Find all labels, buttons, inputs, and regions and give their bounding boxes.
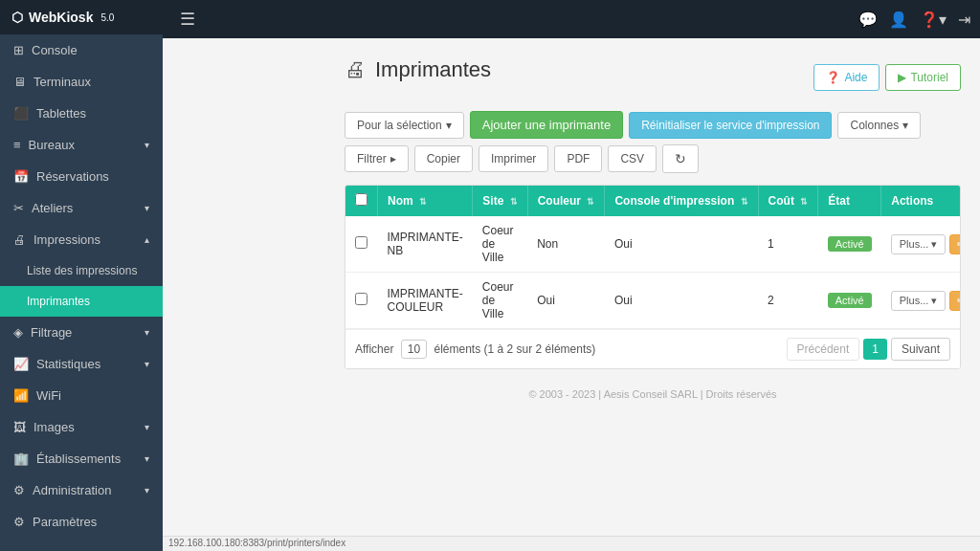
plus-dropdown-button[interactable]: Plus... ▾ — [891, 234, 947, 254]
sort-icon[interactable]: ⇅ — [587, 197, 594, 207]
cell-site: Coeur de Ville — [473, 216, 527, 273]
plus-label: Plus... — [900, 238, 929, 250]
table-row: IMPRIMANTE-NB Coeur de Ville Non Oui 1 A… — [345, 216, 961, 273]
page-footer: © 2003 - 2023 | Aesis Conseil SARL | Dro… — [345, 381, 961, 408]
sidebar-label-administration: Administration — [33, 483, 111, 497]
edit-button[interactable]: ✏ — [949, 291, 961, 311]
plus-dropdown-button[interactable]: Plus... ▾ — [891, 291, 947, 311]
cell-actions: Plus... ▾ ✏ 🗑 — [881, 273, 961, 329]
cell-etat: Activé — [818, 273, 881, 329]
cell-couleur: Oui — [527, 273, 605, 329]
footer-text: © 2003 - 2023 | Aesis Conseil SARL | Dro… — [528, 388, 776, 400]
cell-site: Coeur de Ville — [473, 273, 527, 329]
sidebar-item-wifi[interactable]: 📶 WiFi — [0, 380, 163, 411]
sidebar-item-tablettes[interactable]: ⬛ Tablettes — [0, 98, 163, 129]
statistiques-icon: 📈 — [13, 357, 29, 371]
cell-cout: 2 — [758, 273, 818, 329]
chat-icon[interactable]: 💬 — [858, 11, 878, 29]
reset-service-button[interactable]: Réinitialiser le service d'impression — [629, 112, 832, 139]
sort-icon[interactable]: ⇅ — [419, 197, 427, 207]
filter-label: Filtrer — [357, 152, 387, 165]
sidebar-item-etablissements[interactable]: 🏢 Établissements ▾ — [0, 443, 163, 474]
row-checkbox[interactable] — [355, 236, 368, 249]
cell-console: Oui — [605, 273, 758, 329]
page-title-text: Imprimantes — [375, 57, 491, 82]
select-all-header[interactable] — [345, 186, 378, 216]
col-site: Site ⇅ — [473, 186, 527, 216]
help-icon[interactable]: ❓▾ — [920, 11, 947, 29]
hamburger-button[interactable]: ☰ — [172, 5, 203, 33]
row-checkbox-cell — [345, 273, 378, 329]
edit-button[interactable]: ✏ — [949, 234, 961, 254]
action-buttons: Plus... ▾ ✏ 🗑 — [891, 291, 961, 311]
sort-icon[interactable]: ⇅ — [800, 197, 808, 207]
per-page-value[interactable]: 10 — [401, 340, 427, 359]
selection-label: Pour la sélection — [357, 119, 442, 132]
play-icon: ▶ — [898, 71, 906, 84]
edit-icon: ✏ — [957, 238, 961, 250]
sidebar-label-parametres: Paramètres — [33, 515, 97, 529]
col-actions: Actions — [881, 186, 961, 216]
current-page: 1 — [863, 339, 887, 360]
console-icon: ⊞ — [13, 43, 24, 57]
page-title: 🖨 Imprimantes — [345, 57, 491, 82]
col-nom: Nom ⇅ — [378, 186, 473, 216]
next-page-button[interactable]: Suivant — [891, 338, 950, 361]
show-label: Afficher — [355, 342, 393, 356]
tutoriel-button[interactable]: ▶ Tutoriel — [885, 64, 961, 91]
sidebar-item-administration[interactable]: ⚙ Administration ▾ — [0, 474, 163, 506]
cell-couleur: Non — [527, 216, 605, 273]
sidebar-label-imprimantes: Imprimantes — [27, 295, 90, 308]
user-icon[interactable]: 👤 — [889, 11, 908, 29]
sidebar-item-imprimantes[interactable]: Imprimantes — [0, 286, 163, 317]
logout-icon[interactable]: ⇥ — [958, 11, 970, 29]
sidebar-label-ateliers: Ateliers — [32, 201, 73, 215]
printers-table-container: Nom ⇅ Site ⇅ Couleur ⇅ Console d'impress… — [345, 185, 961, 369]
sidebar-item-images[interactable]: 🖼 Images ▾ — [0, 411, 163, 443]
cell-etat: Activé — [818, 216, 881, 273]
bureaux-icon: ≡ — [13, 138, 21, 152]
chevron-down-icon: ▾ — [931, 238, 937, 251]
pdf-label: PDF — [567, 152, 590, 165]
toolbar: Pour la sélection ▾ Ajouter une impriman… — [345, 111, 961, 173]
print-button[interactable]: Imprimer — [479, 145, 548, 172]
columns-button[interactable]: Colonnes ▾ — [837, 112, 921, 139]
topbar-actions: 💬 👤 ❓▾ ⇥ — [858, 11, 970, 29]
refresh-icon: ↻ — [675, 151, 686, 166]
sort-icon[interactable]: ⇅ — [510, 197, 518, 207]
selection-dropdown-button[interactable]: Pour la sélection ▾ — [345, 112, 464, 139]
add-printer-button[interactable]: Ajouter une imprimante — [470, 111, 623, 139]
sidebar-item-ateliers[interactable]: ✂ Ateliers ▾ — [0, 192, 163, 224]
sort-icon[interactable]: ⇅ — [741, 197, 748, 207]
csv-button[interactable]: CSV — [608, 145, 657, 172]
row-checkbox[interactable] — [355, 293, 368, 305]
prev-page-button[interactable]: Précédent — [787, 338, 860, 361]
sidebar-label-bureaux: Bureaux — [29, 138, 75, 152]
sidebar-item-impressions[interactable]: 🖨 Impressions ▴ — [0, 224, 163, 255]
app-logo: ⬡ WebKiosk 5.0 — [0, 0, 163, 34]
sidebar-item-liste-impressions[interactable]: Liste des impressions — [0, 255, 163, 286]
sidebar-item-bureaux[interactable]: ≡ Bureaux ▾ — [0, 129, 163, 161]
sidebar-item-terminaux[interactable]: 🖥 Terminaux — [0, 66, 163, 98]
aide-button[interactable]: ❓ Aide — [813, 64, 880, 91]
refresh-button[interactable]: ↻ — [662, 144, 699, 173]
chevron-down-icon: ▾ — [902, 119, 908, 132]
sidebar-item-reservations[interactable]: 📅 Réservations — [0, 161, 163, 192]
sidebar-item-parametres[interactable]: ⚙ Paramètres — [0, 506, 163, 538]
copy-button[interactable]: Copier — [414, 145, 473, 172]
filter-button[interactable]: Filtrer ▸ — [345, 145, 409, 172]
pagination-info: Afficher 10 éléments (1 à 2 sur 2 élémen… — [355, 342, 595, 356]
sidebar-item-filtrage[interactable]: ◈ Filtrage ▾ — [0, 317, 163, 348]
statusbar: 192.168.100.180:8383/print/printers/inde… — [163, 536, 980, 551]
main-content: 🖨 Imprimantes ❓ Aide ▶ Tutoriel Pour la … — [325, 38, 980, 551]
chevron-right-icon: ▸ — [390, 152, 396, 165]
pdf-button[interactable]: PDF — [554, 145, 602, 172]
sidebar-item-statistiques[interactable]: 📈 Statistiques ▾ — [0, 348, 163, 380]
select-all-checkbox[interactable] — [355, 193, 368, 206]
status-badge: Activé — [828, 236, 872, 252]
chevron-down-icon: ▾ — [145, 359, 149, 369]
sidebar-item-console[interactable]: ⊞ Console — [0, 34, 163, 66]
cell-nom: IMPRIMANTE-NB — [378, 216, 473, 273]
sidebar-label-filtrage: Filtrage — [31, 325, 72, 340]
printers-table: Nom ⇅ Site ⇅ Couleur ⇅ Console d'impress… — [345, 186, 961, 329]
